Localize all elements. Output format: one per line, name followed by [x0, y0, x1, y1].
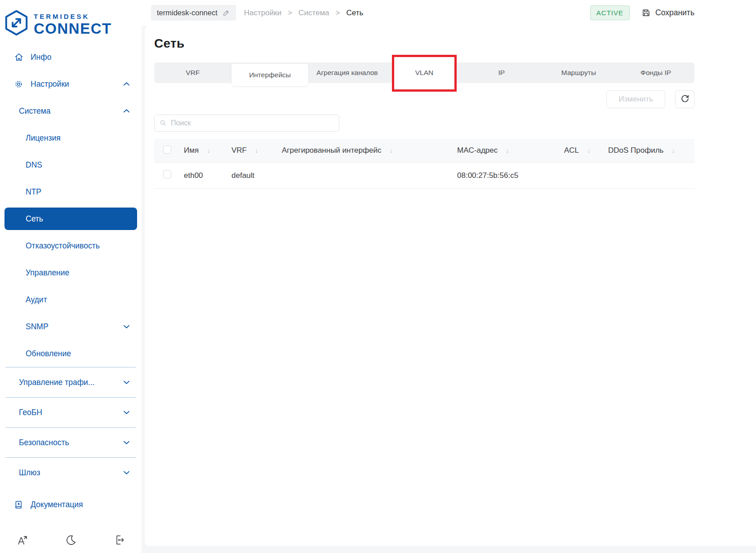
- interfaces-table: Имя↓VRF↓Агрегированный интерфейс↓MAC-адр…: [154, 139, 694, 189]
- sidebar-item-label: Система: [19, 106, 50, 116]
- tab-label: Агрегация каналов: [316, 69, 378, 77]
- sort-icon[interactable]: ↓: [255, 146, 258, 154]
- sidebar-item-system[interactable]: Система: [0, 97, 142, 124]
- page-title: Сеть: [154, 36, 694, 51]
- column-label: VRF: [231, 146, 247, 155]
- column-header-5: DDoS Профиль↓: [604, 139, 694, 163]
- sidebar-item-settings[interactable]: Настройки: [0, 71, 142, 97]
- tab-label: Фонды IP: [640, 69, 671, 77]
- sidebar-item-label: Лицензия: [26, 133, 61, 143]
- edit-pencil-icon[interactable]: [222, 9, 230, 17]
- table-row[interactable]: eth00default08:00:27:5b:56:c5: [154, 163, 694, 189]
- tab-aggregation[interactable]: Агрегация каналов: [308, 62, 386, 83]
- sidebar-footer: [0, 532, 142, 549]
- brand-line1: TERMIDESK: [34, 13, 112, 20]
- sidebar-item-info[interactable]: Инфо: [0, 44, 142, 71]
- refresh-button[interactable]: [675, 90, 694, 108]
- sidebar-item-license[interactable]: Лицензия: [0, 124, 142, 151]
- search-icon: [159, 119, 167, 127]
- tab-vrf[interactable]: VRF: [154, 62, 231, 83]
- tab-interfaces[interactable]: Интерфейсы: [231, 64, 309, 86]
- sidebar-item-update[interactable]: Обновление: [0, 340, 142, 367]
- sidebar-item-label: Сеть: [26, 214, 43, 224]
- breadcrumb-item[interactable]: Настройки: [244, 9, 281, 18]
- logout-button[interactable]: [112, 532, 127, 549]
- sort-icon[interactable]: ↓: [389, 146, 393, 154]
- sidebar-item-audit[interactable]: Аудит: [0, 286, 142, 313]
- sidebar-item-label: NTP: [26, 187, 41, 197]
- floppy-icon: [641, 8, 651, 18]
- chevron-down-icon[interactable]: [123, 410, 130, 415]
- breadcrumb-item[interactable]: Система: [298, 9, 329, 18]
- sidebar-item-label: Аудит: [26, 295, 47, 305]
- toolbar: Изменить: [154, 90, 694, 108]
- sidebar-item-network[interactable]: Сеть: [4, 208, 137, 230]
- column-header-3: MAC-адрес↓: [453, 139, 560, 163]
- row-checkbox[interactable]: [163, 170, 171, 178]
- sidebar-item-dns[interactable]: DNS: [0, 151, 142, 178]
- table-header-row: Имя↓VRF↓Агрегированный интерфейс↓MAC-адр…: [154, 139, 694, 163]
- sidebar-item-docs[interactable]: Документация: [0, 491, 142, 518]
- column-header-4: ACL↓: [560, 139, 604, 163]
- content-card: Сеть VRFИнтерфейсыАгрегация каналовVLANI…: [145, 26, 756, 546]
- sidebar-item-management[interactable]: Управление: [0, 259, 142, 286]
- edit-button[interactable]: Изменить: [606, 90, 665, 108]
- device-name: termidesk-connect: [157, 9, 218, 17]
- gear-icon: [13, 80, 24, 89]
- column-label: DDoS Профиль: [608, 146, 663, 155]
- column-header-1: VRF↓: [227, 139, 277, 163]
- brand-logo[interactable]: TERMIDESK CONNECT: [0, 0, 142, 44]
- sidebar-item-ntp[interactable]: NTP: [0, 178, 142, 205]
- cell-5: [604, 163, 694, 189]
- sidebar-item-label: Отказоустойчивость: [26, 241, 100, 251]
- chevron-down-icon[interactable]: [123, 440, 130, 445]
- cell-1: default: [227, 163, 277, 189]
- sidebar-item-failover[interactable]: Отказоустойчивость: [0, 232, 142, 259]
- cell-4: [560, 163, 604, 189]
- tab-ip-pools[interactable]: Фонды IP: [617, 62, 694, 83]
- sidebar-item-security[interactable]: Безопасность: [0, 428, 142, 457]
- column-header-2: Агрегированный интерфейс↓: [277, 139, 453, 163]
- chevron-down-icon[interactable]: [123, 324, 130, 329]
- tab-label: Интерфейсы: [249, 71, 291, 79]
- sort-icon[interactable]: ↓: [506, 146, 509, 154]
- tab-routes[interactable]: Маршруты: [540, 62, 618, 83]
- brand-text: TERMIDESK CONNECT: [34, 13, 112, 36]
- theme-button[interactable]: [63, 532, 79, 549]
- tab-vlan[interactable]: VLAN: [386, 62, 463, 83]
- status-badge: ACTIVE: [590, 5, 630, 20]
- column-header-0: Имя↓: [179, 139, 227, 163]
- sidebar-nav: ИнфоНастройкиСистемаЛицензияDNSNTPСетьОт…: [0, 44, 142, 518]
- book-icon: [13, 500, 24, 509]
- topbar-actions: ACTIVE Сохранить: [590, 5, 694, 20]
- cell-3: 08:00:27:5b:56:c5: [453, 163, 560, 189]
- sidebar-item-label: SNMP: [26, 322, 49, 332]
- column-label: Агрегированный интерфейс: [282, 146, 381, 155]
- sort-icon[interactable]: ↓: [587, 146, 591, 154]
- sidebar-item-label: Безопасность: [19, 438, 69, 447]
- column-label: Имя: [184, 146, 199, 155]
- sidebar-item-geo[interactable]: ГеоБН: [0, 398, 142, 427]
- chevron-down-icon[interactable]: [123, 470, 130, 475]
- main-column: termidesk-connect Настройки>Система>Сеть…: [142, 0, 756, 553]
- sidebar-item-gateway[interactable]: Шлюз: [0, 458, 142, 487]
- tab-ip[interactable]: IP: [463, 62, 540, 83]
- search-input[interactable]: [154, 115, 339, 132]
- chevron-up-icon[interactable]: [123, 82, 130, 86]
- tab-label: IP: [498, 69, 505, 77]
- topbar: termidesk-connect Настройки>Система>Сеть…: [142, 0, 756, 26]
- sort-icon[interactable]: ↓: [207, 146, 210, 154]
- language-button[interactable]: [14, 532, 30, 549]
- chevron-up-icon[interactable]: [123, 109, 130, 113]
- sidebar-item-snmp[interactable]: SNMP: [0, 313, 142, 340]
- select-all-checkbox[interactable]: [163, 146, 171, 154]
- chevron-down-icon[interactable]: [123, 380, 130, 385]
- sort-icon[interactable]: ↓: [672, 146, 675, 154]
- cell-2: [277, 163, 453, 189]
- breadcrumb-item: Сеть: [347, 9, 364, 18]
- language-icon: [16, 534, 28, 548]
- sidebar-item-traffic[interactable]: Управление трафи...: [0, 367, 142, 397]
- save-button[interactable]: Сохранить: [641, 8, 694, 18]
- device-name-pill[interactable]: termidesk-connect: [151, 5, 236, 21]
- breadcrumb-separator: >: [336, 9, 340, 18]
